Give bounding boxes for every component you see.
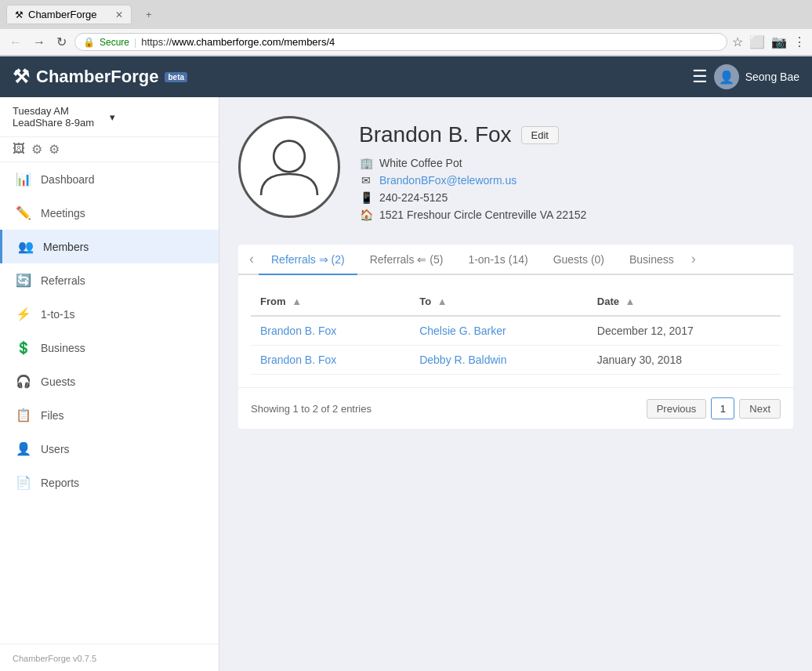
sidebar: Tuesday AM LeadShare 8-9am ▾ 🖼 ⚙ ⚙ 📊 Das… xyxy=(0,97,219,671)
profile-name: Brandon B. Fox xyxy=(359,122,512,147)
beta-badge: beta xyxy=(165,72,187,82)
tab-content: From ▲ To ▲ Date ▲ Brandon B. Fox Chelsi… xyxy=(238,275,793,387)
to-link[interactable]: Debby R. Baldwin xyxy=(419,354,506,366)
sidebar-footer: ChamberForge v0.7.5 xyxy=(0,644,219,671)
user-avatar: 👤 xyxy=(714,64,739,89)
sort-date-icon: ▲ xyxy=(625,296,636,307)
col-to[interactable]: To ▲ xyxy=(410,288,588,316)
files-icon: 📋 xyxy=(16,408,31,423)
profile-email-link[interactable]: BrandonBFox@teleworm.us xyxy=(379,174,517,187)
app-logo: ⚒ ChamberForge beta xyxy=(13,66,686,88)
sidebar-item-guests[interactable]: 🎧 Guests xyxy=(0,365,219,398)
profile-address: 1521 Freshour Circle Centreville VA 2215… xyxy=(379,209,586,221)
sidebar-item-members[interactable]: 👥 Members xyxy=(0,230,219,263)
cell-to: Debby R. Baldwin xyxy=(410,346,588,375)
tab-referrals-in[interactable]: Referrals ⇐ (5) xyxy=(357,245,456,275)
url-secure-label: Secure xyxy=(100,37,129,48)
settings-icon-2[interactable]: ⚙ xyxy=(49,142,60,157)
sidebar-label-business: Business xyxy=(41,342,85,354)
active-tab[interactable]: ⚒ ChamberForge ✕ xyxy=(6,5,132,24)
window-icon[interactable]: ⬜ xyxy=(749,34,765,49)
profile-phone-row: 📱 240-224-5125 xyxy=(359,191,793,204)
tab-title: ChamberForge xyxy=(28,9,96,20)
version-text: ChamberForge v0.7.5 xyxy=(13,654,96,663)
cell-to: Chelsie G. Barker xyxy=(410,316,588,346)
sidebar-item-reports[interactable]: 📄 Reports xyxy=(0,466,219,499)
menu-icon[interactable]: ⋮ xyxy=(793,34,806,49)
tab-close-btn[interactable]: ✕ xyxy=(115,9,123,20)
profile-info: Brandon B. Fox Edit 🏢 White Coffee Pot ✉… xyxy=(359,116,793,226)
user-name: Seong Bae xyxy=(745,71,799,83)
cell-date: January 30, 2018 xyxy=(588,346,781,375)
user-area[interactable]: 👤 Seong Bae xyxy=(714,64,799,89)
sidebar-item-dashboard[interactable]: 📊 Dashboard xyxy=(0,162,219,196)
sidebar-item-referrals[interactable]: 🔄 Referrals xyxy=(0,263,219,297)
tab-prev-btn[interactable]: ‹ xyxy=(245,245,259,274)
col-date[interactable]: Date ▲ xyxy=(588,288,781,316)
group-dropdown-icon: ▾ xyxy=(110,111,207,123)
referrals-icon: 🔄 xyxy=(16,273,31,288)
table-row: Brandon B. Fox Chelsie G. Barker Decembe… xyxy=(251,316,781,346)
back-btn[interactable]: ← xyxy=(6,34,25,51)
reports-icon: 📄 xyxy=(16,475,31,490)
browser-chrome: ⚒ ChamberForge ✕ + ← → ↻ 🔒 Secure | http… xyxy=(0,0,812,56)
sidebar-item-meetings[interactable]: ✏️ Meetings xyxy=(0,196,219,230)
group-selector[interactable]: Tuesday AM LeadShare 8-9am ▾ xyxy=(0,97,219,137)
tab-business[interactable]: Business xyxy=(617,245,687,275)
sidebar-label-members: Members xyxy=(43,241,89,253)
dashboard-icon: 📊 xyxy=(16,172,31,187)
gallery-icon[interactable]: 🖼 xyxy=(13,142,25,157)
new-tab-btn[interactable]: + xyxy=(138,5,160,24)
guests-icon: 🎧 xyxy=(16,374,31,389)
app-header: ⚒ ChamberForge beta ☰ 👤 Seong Bae xyxy=(0,56,812,97)
sidebar-label-referrals: Referrals xyxy=(41,274,85,287)
sidebar-item-1to1s[interactable]: ⚡ 1-to-1s xyxy=(0,297,219,331)
tab-guests[interactable]: Guests (0) xyxy=(541,245,617,275)
reload-btn[interactable]: ↻ xyxy=(53,33,70,51)
profile-avatar xyxy=(238,116,340,218)
browser-addressbar: ← → ↻ 🔒 Secure | https://www.chamberforg… xyxy=(0,29,812,56)
address-bar[interactable]: 🔒 Secure | https://www.chamberforge.com/… xyxy=(74,33,727,51)
tab-1on1s[interactable]: 1-on-1s (14) xyxy=(455,245,540,275)
sidebar-label-meetings: Meetings xyxy=(41,207,85,219)
logo-text: ChamberForge xyxy=(36,67,158,87)
from-link[interactable]: Brandon B. Fox xyxy=(260,325,336,337)
company-icon: 🏢 xyxy=(359,157,373,169)
sidebar-item-files[interactable]: 📋 Files xyxy=(0,398,219,432)
tab-next-btn[interactable]: › xyxy=(687,245,701,274)
url-separator: | xyxy=(134,37,136,48)
profile-email-row: ✉ BrandonBFox@teleworm.us xyxy=(359,174,793,187)
secure-icon: 🔒 xyxy=(83,37,95,48)
referrals-table: From ▲ To ▲ Date ▲ Brandon B. Fox Chelsi… xyxy=(251,288,781,375)
from-link[interactable]: Brandon B. Fox xyxy=(260,354,336,366)
tab-referrals-out[interactable]: Referrals ⇒ (2) xyxy=(259,245,357,275)
hamburger-btn[interactable]: ☰ xyxy=(686,63,714,90)
settings-icon-1[interactable]: ⚙ xyxy=(31,142,42,157)
col-from[interactable]: From ▲ xyxy=(251,288,410,316)
sort-to-icon: ▲ xyxy=(437,296,448,307)
bookmark-icon[interactable]: ☆ xyxy=(732,34,743,49)
address-url: https://www.chamberforge.com/members/4 xyxy=(141,36,335,48)
users-icon: 👤 xyxy=(16,441,31,456)
browser-actions: ☆ ⬜ 📷 ⋮ xyxy=(732,34,806,49)
browser-titlebar: ⚒ ChamberForge ✕ + xyxy=(0,0,812,29)
camera-icon[interactable]: 📷 xyxy=(771,34,787,49)
previous-btn[interactable]: Previous xyxy=(647,399,707,419)
profile-section: Brandon B. Fox Edit 🏢 White Coffee Pot ✉… xyxy=(238,116,793,226)
to-link[interactable]: Chelsie G. Barker xyxy=(419,325,506,337)
next-btn[interactable]: Next xyxy=(739,399,781,419)
main-content: Brandon B. Fox Edit 🏢 White Coffee Pot ✉… xyxy=(219,97,812,671)
profile-name-row: Brandon B. Fox Edit xyxy=(359,122,793,147)
edit-profile-btn[interactable]: Edit xyxy=(521,126,559,144)
group-name: Tuesday AM LeadShare 8-9am xyxy=(13,105,110,129)
logo-icon: ⚒ xyxy=(13,66,30,88)
sidebar-item-business[interactable]: 💲 Business xyxy=(0,331,219,365)
showing-text: Showing 1 to 2 of 2 entries xyxy=(251,403,372,415)
table-row: Brandon B. Fox Debby R. Baldwin January … xyxy=(251,346,781,375)
meetings-icon: ✏️ xyxy=(16,205,31,220)
sidebar-label-reports: Reports xyxy=(41,477,79,489)
sidebar-item-users[interactable]: 👤 Users xyxy=(0,432,219,466)
forward-btn[interactable]: → xyxy=(30,34,49,51)
app-body: Tuesday AM LeadShare 8-9am ▾ 🖼 ⚙ ⚙ 📊 Das… xyxy=(0,97,812,671)
page-1-btn[interactable]: 1 xyxy=(711,397,734,419)
